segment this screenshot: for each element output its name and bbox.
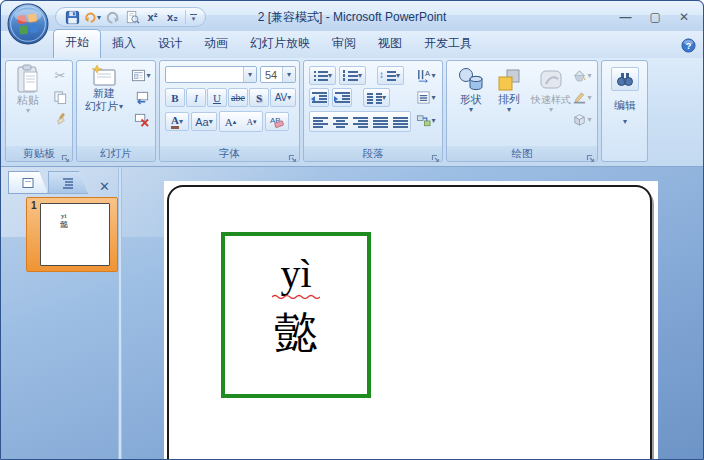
tab-animations[interactable]: 动画: [193, 30, 239, 58]
bullets-dropdown-icon[interactable]: ▾: [328, 72, 332, 79]
text-direction-dropdown-icon[interactable]: ▾: [431, 72, 435, 79]
font-dialog-launcher[interactable]: [288, 149, 297, 158]
arrange-button[interactable]: 排列 ▾: [491, 67, 527, 113]
columns-button[interactable]: ▾: [363, 88, 390, 107]
paragraph-dialog-launcher[interactable]: [431, 149, 440, 158]
print-preview-button[interactable]: [124, 9, 141, 25]
change-case-button[interactable]: Aa▾: [191, 112, 217, 131]
font-name-dropdown-icon[interactable]: ▾: [243, 67, 256, 82]
save-button[interactable]: [64, 9, 81, 25]
undo-button[interactable]: ▾: [84, 9, 101, 25]
tab-developer[interactable]: 开发工具: [413, 30, 483, 58]
font-name-combo[interactable]: ▾: [165, 66, 257, 83]
copy-button[interactable]: [50, 88, 70, 106]
align-right-button[interactable]: [350, 112, 370, 131]
slide-thumbnail-selected[interactable]: 1 yì 懿: [26, 197, 118, 272]
editing-menu-button[interactable]: 编辑 ▾: [605, 67, 645, 125]
italic-button[interactable]: I: [186, 88, 206, 107]
brush-icon: [53, 112, 68, 127]
decrease-indent-button[interactable]: [309, 88, 329, 107]
shape-fill-dropdown-icon[interactable]: ▾: [587, 72, 591, 79]
align-text-dropdown-icon[interactable]: ▾: [431, 94, 435, 101]
align-left-button[interactable]: [310, 112, 330, 131]
subscript-button[interactable]: x₂: [164, 9, 181, 25]
text-box[interactable]: yì 懿: [221, 232, 371, 398]
shape-fill-button[interactable]: ▾: [570, 67, 594, 84]
quick-styles-button[interactable]: 快速样式 ▾: [529, 67, 573, 113]
character-spacing-button[interactable]: AV▾: [270, 88, 296, 107]
pane-splitter[interactable]: [118, 167, 122, 459]
shrink-font-mark: ▾: [253, 118, 257, 126]
columns-dropdown-icon[interactable]: ▾: [382, 94, 386, 101]
slide-thumbnail-canvas[interactable]: yì 懿: [40, 203, 110, 266]
reset-button[interactable]: [130, 88, 152, 106]
shapes-dropdown-icon[interactable]: ▾: [469, 106, 473, 113]
clipboard-dialog-launcher[interactable]: [61, 149, 70, 158]
bold-button[interactable]: B: [165, 88, 185, 107]
minimize-button[interactable]: —: [620, 11, 632, 23]
maximize-button[interactable]: ▢: [650, 11, 661, 23]
shrink-font-button[interactable]: A▾: [241, 112, 262, 131]
cut-button[interactable]: ✂: [50, 66, 70, 84]
redo-button[interactable]: [104, 9, 121, 25]
numbering-button[interactable]: ▾: [339, 66, 366, 85]
change-case-dropdown-icon[interactable]: ▾: [209, 118, 213, 125]
increase-indent-button[interactable]: [332, 88, 352, 107]
tab-insert[interactable]: 插入: [101, 30, 147, 58]
help-icon[interactable]: [681, 38, 696, 53]
text-shadow-button[interactable]: S: [249, 88, 269, 107]
slide-canvas[interactable]: yì 懿: [164, 181, 658, 460]
drawing-dialog-launcher[interactable]: [586, 149, 595, 158]
editing-dropdown-icon[interactable]: ▾: [623, 118, 627, 125]
shape-outline-dropdown-icon[interactable]: ▾: [587, 94, 591, 101]
distribute-button[interactable]: [390, 112, 410, 131]
close-button[interactable]: ✕: [679, 11, 689, 23]
arrange-dropdown-icon[interactable]: ▾: [507, 106, 511, 113]
clear-formatting-button[interactable]: [265, 112, 289, 131]
undo-dropdown-icon[interactable]: ▾: [97, 14, 101, 21]
shape-outline-button[interactable]: ▾: [570, 89, 594, 106]
delete-slide-button[interactable]: [130, 110, 152, 128]
text-direction-button[interactable]: ▾: [414, 66, 438, 84]
line-spacing-button[interactable]: ▾: [377, 66, 404, 85]
superscript-button[interactable]: x²: [144, 9, 161, 25]
tab-home[interactable]: 开始: [53, 29, 101, 58]
font-color-button[interactable]: A▾: [165, 112, 189, 131]
convert-smartart-button[interactable]: ▾: [414, 111, 438, 129]
character-spacing-dropdown-icon[interactable]: ▾: [287, 94, 291, 101]
new-slide-button[interactable]: 新建 幻灯片▾: [81, 65, 127, 113]
strikethrough-button[interactable]: abe: [228, 88, 248, 107]
tab-design[interactable]: 设计: [147, 30, 193, 58]
tab-review[interactable]: 审阅: [321, 30, 367, 58]
find-icon-frame: [611, 67, 639, 91]
layout-dropdown-icon[interactable]: ▾: [146, 72, 150, 79]
align-text-button[interactable]: ▾: [414, 88, 438, 106]
paste-dropdown-icon[interactable]: ▾: [26, 107, 30, 114]
new-slide-dropdown-icon[interactable]: ▾: [119, 103, 123, 110]
bullets-button[interactable]: ▾: [309, 66, 336, 85]
tab-slides-thumbnails[interactable]: [8, 171, 48, 194]
shape-effects-button[interactable]: ▾: [570, 111, 594, 128]
numbering-dropdown-icon[interactable]: ▾: [358, 72, 362, 79]
font-size-dropdown-icon[interactable]: ▾: [282, 67, 295, 82]
smartart-dropdown-icon[interactable]: ▾: [431, 117, 435, 124]
format-painter-button[interactable]: [50, 110, 70, 128]
underline-button[interactable]: U: [207, 88, 227, 107]
line-spacing-dropdown-icon[interactable]: ▾: [396, 72, 400, 79]
close-pane-button[interactable]: ✕: [99, 179, 110, 194]
grow-font-button[interactable]: A▴: [220, 112, 241, 131]
justify-button[interactable]: [370, 112, 390, 131]
office-button[interactable]: [7, 3, 49, 45]
customize-qat-button[interactable]: ▾: [190, 14, 197, 20]
shape-effects-dropdown-icon[interactable]: ▾: [587, 116, 591, 123]
align-center-button[interactable]: [330, 112, 350, 131]
shapes-button[interactable]: 形状 ▾: [453, 67, 489, 113]
tab-view[interactable]: 视图: [367, 30, 413, 58]
font-color-dropdown-icon[interactable]: ▾: [179, 118, 183, 125]
layout-button[interactable]: ▾: [130, 66, 152, 84]
tab-outline[interactable]: [48, 171, 88, 194]
font-size-combo[interactable]: 54 ▾: [260, 66, 296, 83]
tab-slideshow[interactable]: 幻灯片放映: [239, 30, 321, 58]
quick-styles-dropdown-icon[interactable]: ▾: [549, 106, 553, 113]
paste-button[interactable]: 粘贴 ▾: [10, 64, 46, 114]
